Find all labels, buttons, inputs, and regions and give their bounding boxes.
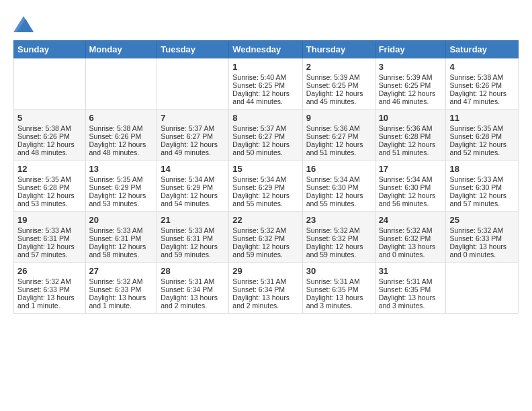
day-header-thursday: Thursday (302, 41, 375, 58)
calendar-cell: 26Sunrise: 5:32 AM Sunset: 6:33 PM Dayli… (14, 263, 86, 314)
calendar-cell: 12Sunrise: 5:35 AM Sunset: 6:28 PM Dayli… (14, 161, 86, 212)
day-info: Sunrise: 5:39 AM Sunset: 6:25 PM Dayligh… (306, 73, 363, 105)
day-number: 18 (449, 164, 515, 174)
calendar-cell: 15Sunrise: 5:34 AM Sunset: 6:29 PM Dayli… (229, 161, 302, 212)
calendar-week-2: 5Sunrise: 5:38 AM Sunset: 6:26 PM Daylig… (14, 109, 519, 161)
calendar-cell (446, 263, 519, 314)
day-info: Sunrise: 5:32 AM Sunset: 6:32 PM Dayligh… (306, 226, 363, 259)
day-number: 2 (306, 62, 371, 72)
day-number: 9 (306, 113, 371, 123)
day-number: 28 (161, 266, 225, 276)
calendar-cell: 16Sunrise: 5:34 AM Sunset: 6:30 PM Dayli… (302, 161, 375, 212)
calendar-cell: 20Sunrise: 5:33 AM Sunset: 6:31 PM Dayli… (85, 212, 157, 263)
day-info: Sunrise: 5:31 AM Sunset: 6:34 PM Dayligh… (161, 277, 218, 310)
day-info: Sunrise: 5:36 AM Sunset: 6:27 PM Dayligh… (306, 124, 363, 156)
day-info: Sunrise: 5:32 AM Sunset: 6:32 PM Dayligh… (379, 226, 436, 259)
day-info: Sunrise: 5:39 AM Sunset: 6:25 PM Dayligh… (379, 73, 436, 105)
day-number: 3 (379, 62, 443, 72)
calendar-week-3: 12Sunrise: 5:35 AM Sunset: 6:28 PM Dayli… (14, 161, 519, 212)
calendar: SundayMondayTuesdayWednesdayThursdayFrid… (13, 40, 519, 314)
day-info: Sunrise: 5:33 AM Sunset: 6:31 PM Dayligh… (89, 226, 146, 259)
calendar-cell: 14Sunrise: 5:34 AM Sunset: 6:29 PM Dayli… (157, 161, 229, 212)
day-number: 4 (449, 62, 515, 72)
calendar-cell: 10Sunrise: 5:36 AM Sunset: 6:28 PM Dayli… (375, 109, 446, 161)
day-info: Sunrise: 5:32 AM Sunset: 6:33 PM Dayligh… (449, 226, 506, 259)
day-info: Sunrise: 5:34 AM Sunset: 6:29 PM Dayligh… (161, 175, 218, 208)
calendar-cell (157, 58, 229, 109)
day-header-saturday: Saturday (446, 41, 519, 58)
calendar-cell: 24Sunrise: 5:32 AM Sunset: 6:32 PM Dayli… (375, 212, 446, 263)
day-info: Sunrise: 5:34 AM Sunset: 6:30 PM Dayligh… (306, 175, 363, 208)
calendar-cell: 7Sunrise: 5:37 AM Sunset: 6:27 PM Daylig… (157, 109, 229, 161)
page-header (13, 13, 519, 34)
day-header-wednesday: Wednesday (229, 41, 302, 58)
day-info: Sunrise: 5:38 AM Sunset: 6:26 PM Dayligh… (89, 124, 146, 156)
day-number: 21 (161, 215, 225, 225)
day-number: 19 (17, 215, 82, 225)
calendar-cell: 11Sunrise: 5:35 AM Sunset: 6:28 PM Dayli… (446, 109, 519, 161)
day-info: Sunrise: 5:37 AM Sunset: 6:27 PM Dayligh… (232, 124, 290, 156)
day-info: Sunrise: 5:34 AM Sunset: 6:30 PM Dayligh… (379, 175, 436, 208)
calendar-cell: 6Sunrise: 5:38 AM Sunset: 6:26 PM Daylig… (85, 109, 157, 161)
calendar-cell (14, 58, 86, 109)
calendar-week-5: 26Sunrise: 5:32 AM Sunset: 6:33 PM Dayli… (14, 263, 519, 314)
calendar-cell: 9Sunrise: 5:36 AM Sunset: 6:27 PM Daylig… (302, 109, 375, 161)
calendar-cell: 30Sunrise: 5:31 AM Sunset: 6:35 PM Dayli… (302, 263, 375, 314)
day-number: 5 (17, 113, 82, 123)
calendar-cell: 31Sunrise: 5:31 AM Sunset: 6:35 PM Dayli… (375, 263, 446, 314)
calendar-cell: 19Sunrise: 5:33 AM Sunset: 6:31 PM Dayli… (14, 212, 86, 263)
calendar-cell: 22Sunrise: 5:32 AM Sunset: 6:32 PM Dayli… (229, 212, 302, 263)
day-info: Sunrise: 5:32 AM Sunset: 6:33 PM Dayligh… (89, 277, 146, 310)
calendar-cell: 3Sunrise: 5:39 AM Sunset: 6:25 PM Daylig… (375, 58, 446, 109)
day-header-friday: Friday (375, 41, 446, 58)
day-info: Sunrise: 5:31 AM Sunset: 6:35 PM Dayligh… (379, 277, 436, 310)
day-info: Sunrise: 5:36 AM Sunset: 6:28 PM Dayligh… (379, 124, 436, 156)
day-number: 16 (306, 164, 371, 174)
day-number: 23 (306, 215, 371, 225)
calendar-cell: 21Sunrise: 5:33 AM Sunset: 6:31 PM Dayli… (157, 212, 229, 263)
day-number: 1 (232, 62, 298, 72)
day-info: Sunrise: 5:38 AM Sunset: 6:26 PM Dayligh… (17, 124, 75, 156)
calendar-header-row: SundayMondayTuesdayWednesdayThursdayFrid… (14, 41, 519, 58)
day-info: Sunrise: 5:37 AM Sunset: 6:27 PM Dayligh… (161, 124, 218, 156)
day-info: Sunrise: 5:33 AM Sunset: 6:31 PM Dayligh… (17, 226, 75, 259)
calendar-cell: 2Sunrise: 5:39 AM Sunset: 6:25 PM Daylig… (302, 58, 375, 109)
day-number: 27 (89, 266, 154, 276)
calendar-cell: 8Sunrise: 5:37 AM Sunset: 6:27 PM Daylig… (229, 109, 302, 161)
day-info: Sunrise: 5:34 AM Sunset: 6:29 PM Dayligh… (232, 175, 290, 208)
calendar-week-4: 19Sunrise: 5:33 AM Sunset: 6:31 PM Dayli… (14, 212, 519, 263)
calendar-week-1: 1Sunrise: 5:40 AM Sunset: 6:25 PM Daylig… (14, 58, 519, 109)
calendar-cell: 5Sunrise: 5:38 AM Sunset: 6:26 PM Daylig… (14, 109, 86, 161)
day-number: 14 (161, 164, 225, 174)
calendar-cell: 4Sunrise: 5:38 AM Sunset: 6:26 PM Daylig… (446, 58, 519, 109)
day-header-tuesday: Tuesday (157, 41, 229, 58)
day-number: 24 (379, 215, 443, 225)
day-number: 12 (17, 164, 82, 174)
calendar-cell: 18Sunrise: 5:33 AM Sunset: 6:30 PM Dayli… (446, 161, 519, 212)
day-info: Sunrise: 5:31 AM Sunset: 6:35 PM Dayligh… (306, 277, 363, 310)
logo-icon (13, 13, 34, 34)
day-info: Sunrise: 5:32 AM Sunset: 6:33 PM Dayligh… (17, 277, 75, 310)
day-number: 13 (89, 164, 154, 174)
calendar-cell: 25Sunrise: 5:32 AM Sunset: 6:33 PM Dayli… (446, 212, 519, 263)
calendar-cell (85, 58, 157, 109)
day-info: Sunrise: 5:35 AM Sunset: 6:28 PM Dayligh… (449, 124, 506, 156)
day-number: 30 (306, 266, 371, 276)
day-info: Sunrise: 5:33 AM Sunset: 6:31 PM Dayligh… (161, 226, 218, 259)
logo (13, 13, 36, 34)
calendar-cell: 29Sunrise: 5:31 AM Sunset: 6:34 PM Dayli… (229, 263, 302, 314)
day-number: 22 (232, 215, 298, 225)
day-header-monday: Monday (85, 41, 157, 58)
day-number: 11 (449, 113, 515, 123)
day-info: Sunrise: 5:40 AM Sunset: 6:25 PM Dayligh… (232, 73, 290, 105)
day-info: Sunrise: 5:31 AM Sunset: 6:34 PM Dayligh… (232, 277, 290, 310)
day-number: 7 (161, 113, 225, 123)
calendar-cell: 17Sunrise: 5:34 AM Sunset: 6:30 PM Dayli… (375, 161, 446, 212)
day-number: 17 (379, 164, 443, 174)
day-number: 15 (232, 164, 298, 174)
day-number: 20 (89, 215, 154, 225)
day-number: 10 (379, 113, 443, 123)
day-info: Sunrise: 5:32 AM Sunset: 6:32 PM Dayligh… (232, 226, 290, 259)
day-number: 29 (232, 266, 298, 276)
day-info: Sunrise: 5:33 AM Sunset: 6:30 PM Dayligh… (449, 175, 506, 208)
